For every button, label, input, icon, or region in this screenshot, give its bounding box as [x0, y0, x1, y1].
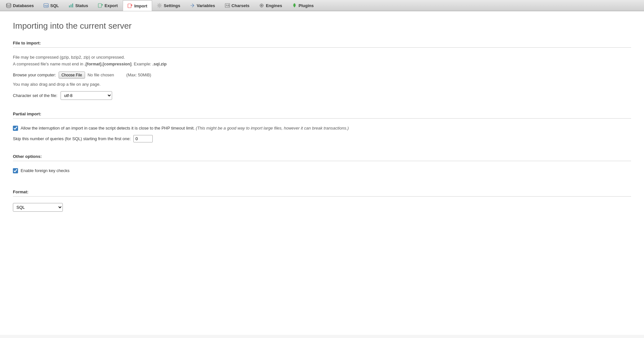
- no-file-text: No file chosen: [88, 72, 114, 77]
- main-content: Importing into the current server File t…: [0, 11, 644, 335]
- svg-point-13: [261, 5, 262, 6]
- compression-line1: File may be compressed (gzip, bzip2, zip…: [13, 55, 125, 60]
- skip-queries-label: Skip this number of queries (for SQL) st…: [13, 136, 131, 141]
- example-text: .sql.zip: [152, 62, 167, 66]
- tab-variables[interactable]: Variables: [185, 0, 220, 11]
- tab-databases[interactable]: Databases: [1, 0, 39, 11]
- charset-select[interactable]: utf-8 utf-16 latin1 ascii cp1250 cp1251 …: [61, 91, 112, 100]
- format-select[interactable]: SQL CSV CSV using LOAD DATA JSON Mediawi…: [13, 203, 63, 212]
- engines-icon: [259, 3, 264, 8]
- tab-sql-label: SQL: [50, 3, 59, 8]
- other-options-content: Enable foreign key checks: [13, 166, 631, 180]
- svg-rect-7: [128, 4, 131, 8]
- tab-import[interactable]: Import: [123, 0, 152, 11]
- tab-settings-label: Settings: [164, 3, 180, 8]
- plugins-icon: [292, 3, 297, 8]
- tab-status-label: Status: [75, 3, 88, 8]
- partial-import-section: Partial import: Allow the interruption o…: [13, 111, 631, 145]
- svg-rect-5: [72, 4, 73, 7]
- browse-row: Browse your computer: Choose File No fil…: [13, 72, 631, 79]
- compression-description: File may be compressed (gzip, bzip2, zip…: [13, 54, 631, 68]
- max-size-text: (Max: 50MiB): [126, 72, 151, 77]
- compression-line2-middle: . Example:: [131, 62, 152, 66]
- export-icon: [98, 3, 103, 8]
- charset-label: Character set of the file:: [13, 93, 57, 98]
- allow-interrupt-note: (This might be a good way to import larg…: [196, 126, 349, 130]
- db-icon: [6, 3, 11, 8]
- top-navigation: Databases SQL SQL Status Export Import S…: [0, 0, 644, 11]
- tab-status[interactable]: Status: [64, 0, 93, 11]
- tab-plugins[interactable]: Plugins: [287, 0, 319, 11]
- format-content: SQL CSV CSV using LOAD DATA JSON Mediawi…: [13, 201, 631, 214]
- file-import-content: File may be compressed (gzip, bzip2, zip…: [13, 52, 631, 102]
- foreign-key-checkbox[interactable]: [13, 168, 18, 173]
- tab-import-label: Import: [134, 4, 147, 8]
- other-options-section: Other options: Enable foreign key checks: [13, 154, 631, 180]
- allow-interrupt-main-text: Allow the interruption of an import in c…: [21, 126, 195, 130]
- tab-variables-label: Variables: [197, 3, 215, 8]
- tab-engines-label: Engines: [266, 3, 282, 8]
- status-icon: [69, 3, 74, 8]
- partial-import-header: Partial import:: [13, 111, 631, 119]
- svg-text:あ: あ: [227, 4, 230, 7]
- svg-point-0: [6, 3, 11, 5]
- allow-interrupt-row: Allow the interruption of an import in c…: [13, 125, 631, 131]
- tab-plugins-label: Plugins: [299, 3, 314, 8]
- sql-icon: SQL: [43, 3, 49, 8]
- format-header: Format:: [13, 189, 631, 197]
- svg-point-8: [159, 5, 160, 6]
- partial-import-content: Allow the interruption of an import in c…: [13, 123, 631, 145]
- skip-queries-row: Skip this number of queries (for SQL) st…: [13, 135, 631, 142]
- import-icon: [128, 3, 133, 8]
- tab-export-label: Export: [105, 3, 118, 8]
- skip-queries-input[interactable]: [133, 135, 153, 142]
- tab-export[interactable]: Export: [93, 0, 123, 11]
- svg-rect-6: [98, 4, 101, 7]
- svg-text:SQL: SQL: [44, 5, 49, 7]
- browse-label: Browse your computer:: [13, 72, 56, 77]
- file-import-section: File to import: File may be compressed (…: [13, 41, 631, 102]
- page-title: Importing into the current server: [13, 21, 631, 31]
- tab-engines[interactable]: Engines: [254, 0, 287, 11]
- tab-sql[interactable]: SQL SQL: [39, 0, 64, 11]
- choose-file-button[interactable]: Choose File: [59, 72, 85, 79]
- tab-charsets-label: Charsets: [232, 3, 250, 8]
- tab-settings[interactable]: Settings: [152, 0, 185, 11]
- settings-icon: [157, 3, 162, 8]
- charset-row: Character set of the file: utf-8 utf-16 …: [13, 91, 631, 100]
- variables-icon: [190, 3, 195, 8]
- svg-rect-4: [71, 5, 72, 7]
- format-section: Format: SQL CSV CSV using LOAD DATA JSON…: [13, 189, 631, 214]
- allow-interrupt-label: Allow the interruption of an import in c…: [21, 125, 349, 131]
- other-options-header: Other options:: [13, 154, 631, 161]
- file-import-header: File to import:: [13, 41, 631, 48]
- foreign-key-row: Enable foreign key checks: [13, 168, 631, 174]
- foreign-key-label: Enable foreign key checks: [21, 168, 70, 174]
- format-compression-text: .[format].[compression]: [84, 62, 131, 66]
- charsets-icon: Aあ: [225, 3, 230, 8]
- svg-rect-3: [69, 5, 70, 7]
- tab-databases-label: Databases: [13, 3, 34, 8]
- allow-interrupt-checkbox[interactable]: [13, 126, 18, 131]
- tab-charsets[interactable]: Aあ Charsets: [220, 0, 255, 11]
- drag-drop-text: You may also drag and drop a file on any…: [13, 82, 631, 87]
- compression-line2-prefix: A compressed file's name must end in: [13, 62, 84, 66]
